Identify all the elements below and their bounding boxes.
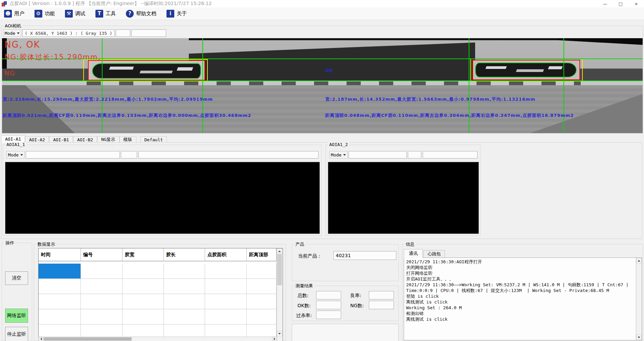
aoia1-2-field-2[interactable] [408,151,421,159]
menu-item-user[interactable]: ☻ 用户 [4,10,24,18]
total-label: 总数: [297,293,309,299]
table-cell[interactable] [81,264,123,279]
close-button[interactable]: × [628,0,644,7]
camera-coordinate-readout[interactable]: ( X 6568, Y 1463 ) : ( Gray 135 ) [22,29,115,37]
right-stats-line1: 宽:2.187mm,长:14.352mm,最大胶宽:1.5663mm,最小:0.… [325,96,535,102]
scroll-up-arrow[interactable] [277,248,282,254]
stop-listen-button[interactable]: 停止监听 [5,327,28,341]
table-cell[interactable] [123,264,164,279]
table-cell[interactable] [164,279,205,294]
column-header-glue-width[interactable]: 胶宽 [123,248,164,261]
communication-log[interactable]: 2021/7/29 11:36:30:AOI程序打开 关闭网络监听 打开网络监听… [404,258,642,340]
table-cell[interactable] [164,309,205,324]
tab-aoi-a2[interactable]: AOI-A2 [25,136,49,143]
table-cell[interactable] [205,294,247,309]
tab-aoi-b2[interactable]: AOI-B2 [73,136,97,143]
table-cell[interactable] [247,309,276,324]
table-cell[interactable] [123,294,164,309]
aoi-camera-group-label: AOI相机 [3,23,23,29]
column-header-time[interactable]: 时间 [39,248,81,261]
table-hscroll-thumb[interactable] [44,337,132,341]
tab-communication[interactable]: 通讯 [404,249,423,258]
tab-aoi-a1[interactable]: AOI-A1 [1,135,25,143]
aoia1-2-image-view[interactable] [328,162,479,234]
camera-mode-dropdown[interactable]: Mode [3,29,21,37]
product-group-label: 产品 [294,241,306,247]
crosshair-vline-1 [102,38,103,133]
menu-item-help[interactable]: ? 帮助文档 [126,10,156,18]
column-header-glue-length[interactable]: 胶长 [164,248,205,261]
data-display-group-label: 数据显示 [36,241,57,247]
tab-default[interactable]: Default [140,136,167,143]
camera-field-right[interactable] [131,29,166,37]
table-cell[interactable] [205,264,247,279]
table-horizontal-scrollbar[interactable] [38,337,277,341]
info-icon: i [166,10,174,18]
minimize-button[interactable]: — [597,0,613,7]
table-cell[interactable] [81,309,123,324]
table-cell[interactable] [247,264,276,279]
table-cell[interactable] [247,294,276,309]
aoia1-2-label: AOIA1_2 [328,142,349,147]
overkill-field[interactable] [316,311,341,319]
scroll-down-arrow[interactable] [277,331,282,336]
ok-count-field[interactable] [316,301,341,309]
table-cell[interactable] [247,279,276,294]
table-cell[interactable] [81,294,123,309]
network-listen-button[interactable]: 网络监听 [5,309,28,323]
table-cell[interactable] [164,294,205,309]
yield-label: 良率: [350,293,361,299]
column-header-glue-area[interactable]: 点胶面积 [205,248,247,261]
table-cell[interactable] [123,309,164,324]
column-header-distance-top[interactable]: 距离顶部 [247,248,276,261]
aoia1-2-mode-dropdown[interactable]: Mode [329,151,348,159]
camera-view[interactable]: NG, OK NG:胶体过长:15.290mm, NG OK 宽:2.216mm… [2,38,643,133]
aoia1-1-group: AOIA1_1 Mode [3,145,321,236]
menu-item-about[interactable]: i 关于 [166,10,187,18]
title-bar: 点胶AOI [ Version : 1.0.0.9 ] 程序 【当前用户: En… [0,0,644,7]
table-cell[interactable] [81,279,123,294]
column-header-id[interactable]: 编号 [81,248,123,261]
selected-cell[interactable] [39,264,81,279]
data-display-group: 数据显示 时间 编号 胶宽 胶长 点胶面积 距离顶部 [34,244,286,341]
ng-count-field[interactable] [369,301,394,309]
table-cell[interactable] [205,279,247,294]
yield-field[interactable] [369,291,394,299]
maximize-button[interactable]: □ [613,0,628,7]
scroll-right-arrow[interactable] [272,337,277,341]
log-scroll-up-arrow[interactable] [636,258,642,263]
aoia1-1-field-3[interactable] [138,151,318,159]
ng-reason-text: NG:胶体过长:15.290mm, [4,52,101,62]
tab-heartbeat[interactable]: 心跳包 [423,250,445,258]
camera-field-small[interactable] [116,29,130,37]
aoia1-1-image-view[interactable] [5,162,320,234]
menu-item-function[interactable]: ⚙ 功能 [35,10,55,18]
aoia1-2-field-1[interactable] [349,151,407,159]
aoia1-1-field-1[interactable] [26,151,120,159]
table-vertical-scrollbar[interactable] [276,248,282,341]
measure-group: 测量结果 总数: 良率: OK数: NG数: 过杀率: [292,286,399,321]
log-vertical-scrollbar[interactable] [636,258,642,340]
aoia1-2-field-3[interactable] [423,151,478,159]
table-scroll-thumb[interactable] [277,254,282,285]
table-cell[interactable] [39,309,81,324]
tab-aoi-b1[interactable]: AOI-B1 [49,136,73,143]
aoia1-1-mode-dropdown[interactable]: Mode [6,151,25,159]
total-field[interactable] [316,291,341,299]
table-cell[interactable] [39,294,81,309]
table-cell[interactable] [123,279,164,294]
log-scroll-down-arrow[interactable] [636,335,642,340]
aoia1-1-field-2[interactable] [121,151,137,159]
table-cell[interactable] [164,264,205,279]
table-cell[interactable] [39,279,81,294]
tab-template[interactable]: 模版 [119,136,136,143]
tab-ng-display[interactable]: NG显示 [97,136,119,143]
menu-item-debug[interactable]: ⚒ 调试 [65,10,85,18]
current-product-field[interactable]: 40231 [333,251,396,260]
wrench-icon: ⚒ [65,10,73,18]
mode-label: Mode [8,152,19,157]
table-cell[interactable] [205,309,247,324]
scroll-left-arrow[interactable] [39,337,43,341]
menu-item-tools[interactable]: T 工具 [95,10,116,18]
clear-button[interactable]: 清空 [5,271,28,285]
